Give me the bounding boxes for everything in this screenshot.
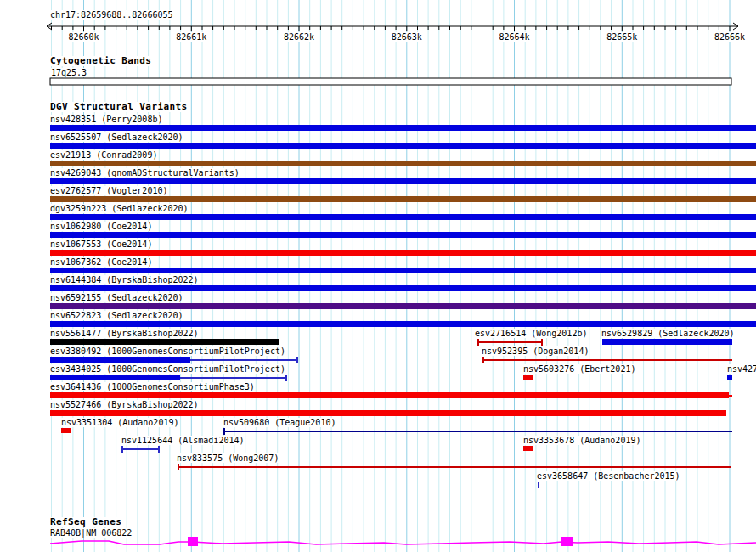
variant-nsv3353678-box[interactable] xyxy=(523,446,533,451)
variant-esv21913-bar[interactable] xyxy=(50,161,756,166)
variant-esv3641436-label[interactable]: esv3641436 (1000GenomesConsortiumPhase3) xyxy=(50,382,255,391)
variant-nsv6144384-bar[interactable] xyxy=(50,285,756,291)
variant-nsv6592155-bar[interactable] xyxy=(50,303,756,309)
variant-nsv4269043-bar[interactable] xyxy=(50,178,756,184)
variant-nsv427-box[interactable] xyxy=(727,375,732,380)
variant-nsv428351-label[interactable]: nsv428351 (Perry2008b) xyxy=(50,115,162,124)
variant-esv2716514-label[interactable]: esv2716514 (Wong2012b) xyxy=(475,329,587,338)
variant-nsv6529829-bar[interactable] xyxy=(602,339,732,345)
variant-esv3434025-endtick[interactable] xyxy=(285,375,287,381)
genome-browser-view: chr17:82659688..82666055 82660k82661k826… xyxy=(0,0,756,552)
variant-nsv952395-label[interactable]: nsv952395 (Dogan2014) xyxy=(482,346,589,356)
variant-esv3434025-line[interactable] xyxy=(180,377,285,379)
variant-nsv1067362-label[interactable]: nsv1067362 (Coe2014) xyxy=(50,257,152,267)
variant-esv3641436-bar[interactable] xyxy=(50,392,729,398)
cytoband-label: 17q25.3 xyxy=(51,68,87,77)
variant-nsv5527466-label[interactable]: nsv5527466 (ByrskaBishop2022) xyxy=(50,400,199,409)
variant-esv3380492-line[interactable] xyxy=(190,359,296,361)
variant-nsv1125644-endtick[interactable] xyxy=(158,446,160,453)
variant-nsv6525507-label[interactable]: nsv6525507 (Sedlazeck2020) xyxy=(50,132,183,142)
variant-nsv833575-line[interactable] xyxy=(178,466,731,468)
variant-esv3658647-endtick[interactable] xyxy=(538,482,539,488)
variant-nsv428351-bar[interactable] xyxy=(50,125,756,131)
variant-esv3380492-endtick[interactable] xyxy=(296,357,298,363)
variant-nsv6529829-label[interactable]: nsv6529829 (Sedlazeck2020) xyxy=(601,329,735,338)
variant-nsv6144384-label[interactable]: nsv6144384 (ByrskaBishop2022) xyxy=(50,275,199,284)
variant-esv2716514-endtick[interactable] xyxy=(541,339,543,346)
variant-esv3434025-bar[interactable] xyxy=(50,375,180,380)
region-label: chr17:82659688..82666055 xyxy=(50,10,173,20)
variant-nsv833575-label[interactable]: nsv833575 (Wong2007) xyxy=(177,453,279,463)
variant-nsv509680-line[interactable] xyxy=(223,431,732,432)
variant-dgv3259n223-label[interactable]: dgv3259n223 (Sedlazeck2020) xyxy=(50,204,189,213)
variant-nsv5561477-bar[interactable] xyxy=(50,339,279,345)
dgv-structural-variants-header: DGV Structural Variants xyxy=(50,102,188,112)
variant-nsv952395-line[interactable] xyxy=(482,359,732,361)
variant-nsv3351304-label[interactable]: nsv3351304 (Audano2019) xyxy=(61,418,178,427)
variant-esv3658647-label[interactable]: esv3658647 (Besenbacher2015) xyxy=(537,471,680,481)
variant-esv3380492-bar[interactable] xyxy=(50,357,190,363)
variant-nsv6525507-bar[interactable] xyxy=(50,143,756,149)
variant-nsv1125644-label[interactable]: nsv1125644 (Alsmadi2014) xyxy=(121,436,245,445)
variant-feature-container: nsv428351 (Perry2008b)nsv6525507 (Sedlaz… xyxy=(0,0,756,552)
variant-esv2716514-line[interactable] xyxy=(477,341,541,343)
variant-nsv1062980-label[interactable]: nsv1062980 (Coe2014) xyxy=(50,222,152,231)
variant-nsv509680-label[interactable]: nsv509680 (Teague2010) xyxy=(223,418,336,427)
variant-esv2762577-bar[interactable] xyxy=(50,196,756,202)
variant-dgv3259n223-bar[interactable] xyxy=(50,214,756,220)
variant-nsv6522823-bar[interactable] xyxy=(50,321,756,327)
variant-nsv5527466-bar[interactable] xyxy=(50,410,726,416)
variant-nsv1067362-bar[interactable] xyxy=(50,268,756,273)
gene-name-label[interactable]: RAB40B|NM_006822 xyxy=(50,528,132,538)
variant-nsv5561477-label[interactable]: nsv5561477 (ByrskaBishop2022) xyxy=(50,329,199,338)
variant-nsv6522823-label[interactable]: nsv6522823 (Sedlazeck2020) xyxy=(50,311,183,320)
cytogenetic-bands-header: Cytogenetic Bands xyxy=(50,56,151,66)
variant-esv3380492-label[interactable]: esv3380492 (1000GenomesConsortiumPilotPr… xyxy=(50,346,285,356)
variant-nsv1062980-bar[interactable] xyxy=(50,232,756,238)
variant-esv3434025-label[interactable]: esv3434025 (1000GenomesConsortiumPilotPr… xyxy=(50,364,285,374)
variant-nsv1067553-label[interactable]: nsv1067553 (Coe2014) xyxy=(50,239,152,249)
variant-nsv427-label[interactable]: nsv427 xyxy=(727,364,756,374)
variant-esv21913-label[interactable]: esv21913 (Conrad2009) xyxy=(50,150,157,160)
variant-esv2762577-label[interactable]: esv2762577 (Vogler2010) xyxy=(50,186,167,195)
refseq-genes-header: RefSeq Genes xyxy=(50,517,121,527)
variant-nsv1067553-bar[interactable] xyxy=(50,250,756,256)
variant-nsv4269043-label[interactable]: nsv4269043 (gnomADStructuralVariants) xyxy=(50,168,240,177)
variant-nsv3351304-box[interactable] xyxy=(61,428,71,433)
variant-nsv5603276-box[interactable] xyxy=(523,375,533,380)
variant-nsv3353678-label[interactable]: nsv3353678 (Audano2019) xyxy=(523,436,640,445)
variant-esv3641436-line[interactable] xyxy=(729,395,732,397)
variant-nsv6592155-label[interactable]: nsv6592155 (Sedlazeck2020) xyxy=(50,293,183,302)
variant-nsv1125644-line[interactable] xyxy=(121,448,158,450)
variant-nsv5603276-label[interactable]: nsv5603276 (Ebert2021) xyxy=(523,364,635,374)
